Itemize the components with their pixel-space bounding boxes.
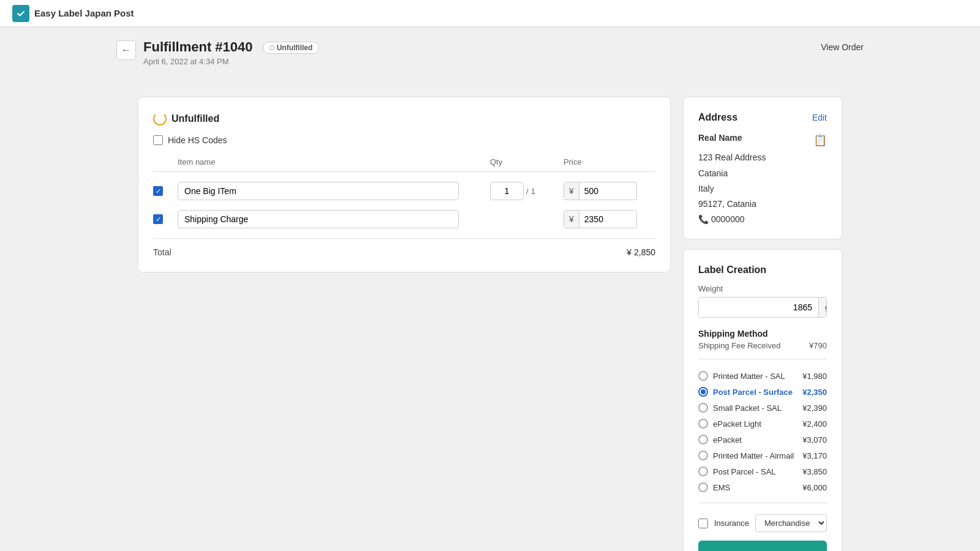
col-qty: Qty [490,157,564,167]
price-currency-2: ¥ [564,211,579,228]
item-2-name-input[interactable] [178,210,459,228]
page-header: ← Fulfillment #1040 Unfulfilled April 6,… [104,27,876,66]
back-button[interactable]: ← [116,40,136,60]
item-1-qty-input[interactable] [490,182,524,200]
shipping-option-label: Post Parcel - SAL [713,467,776,476]
app-logo: Easy Label Japan Post [12,5,134,22]
radio-unchecked-icon[interactable] [698,467,708,476]
phone-row: 📞 0000000 [698,214,827,224]
radio-unchecked-icon[interactable] [698,435,708,444]
shipping-option-label: ePacket [713,435,742,444]
create-label-button[interactable]: Create Label [698,541,827,551]
address-card: Address Edit Real Name 📋 123 Real Addres… [683,97,842,239]
view-order-link[interactable]: View Order [821,42,864,52]
shipping-option-left: ePacket Light [698,419,761,429]
insurance-row: Insurance Merchandise [698,514,827,532]
weight-unit: g [818,298,827,317]
fulfillment-card: Unfulfilled Hide HS Codes Item name Qty … [138,97,671,272]
page-title-block: Fulfillment #1040 Unfulfilled April 6, 2… [143,39,319,66]
hide-hs-row: Hide HS Codes [153,135,655,145]
page-header-left: ← Fulfillment #1040 Unfulfilled April 6,… [116,39,319,66]
logo-icon [12,5,29,22]
page-title: Fulfillment #1040 Unfulfilled [143,39,319,55]
shipping-option-label: ePacket Light [713,419,761,429]
item-2-price-group: ¥ [564,210,637,228]
shipping-fee-value: ¥790 [809,341,827,350]
hide-hs-label: Hide HS Codes [168,135,227,145]
address-text: Real Name 📋 123 Real Address Catania Ita… [698,130,827,212]
copy-address-icon[interactable]: 📋 [813,130,827,150]
unfulfilled-icon [153,112,167,126]
shipping-option-label: Post Parcel - Surface [713,388,793,397]
shipping-option-price: ¥3,170 [802,451,827,460]
shipping-option-price: ¥3,850 [802,467,827,476]
shipping-option-left: Printed Matter - Airmail [698,451,794,460]
address-city: Catania [698,166,827,181]
radio-unchecked-icon[interactable] [698,419,708,429]
right-panel: Address Edit Real Name 📋 123 Real Addres… [683,97,842,551]
shipping-option-left: Small Packet - SAL [698,403,782,413]
table-header: Item name Qty Price [153,155,655,172]
status-badge: Unfulfilled [263,42,320,54]
edit-address-link[interactable]: Edit [812,113,827,122]
shipping-option-price: ¥3,070 [802,435,827,444]
item-1-price-group: ¥ [564,182,637,200]
col-item-name: Item name [178,157,490,167]
table-row: ¥ [153,205,655,233]
item-2-price-input[interactable] [579,211,622,228]
shipping-option-row: ePacket Light¥2,400 [698,416,827,432]
label-creation-title: Label Creation [698,264,827,276]
address-card-header: Address Edit [698,112,827,123]
shipping-option-label: EMS [713,483,730,492]
label-creation-card: Label Creation Weight g Shipping Method … [683,249,842,551]
shipping-option-left: Printed Matter - SAL [698,371,785,381]
item-1-qty-cell: / 1 [490,182,564,200]
shipping-option-row: Post Parcel - Surface¥2,350 [698,384,827,400]
weight-label: Weight [698,284,827,293]
page-subtitle: April 6, 2022 at 4:34 PM [143,57,319,66]
phone-icon: 📞 [698,214,709,224]
shipping-method-title: Shipping Method [698,329,827,339]
item-1-price-input[interactable] [579,182,622,200]
radio-unchecked-icon[interactable] [698,403,708,413]
address-title: Address [698,112,737,123]
weight-input[interactable] [699,298,818,317]
qty-slash: / [526,187,529,196]
item-2-name-cell [178,210,490,228]
shipping-option-price: ¥2,390 [802,403,827,413]
shipping-option-label: Small Packet - SAL [713,403,782,413]
table-row: / 1 ¥ [153,177,655,205]
top-bar: Easy Label Japan Post [0,0,980,27]
radio-unchecked-icon[interactable] [698,482,708,492]
shipping-fee-received: Shipping Fee Received ¥790 [698,341,827,359]
item-2-checkbox[interactable] [153,214,163,224]
item-1-checkbox[interactable] [153,186,163,196]
radio-unchecked-icon[interactable] [698,371,708,381]
shipping-option-row: ePacket¥3,070 [698,432,827,448]
col-price: Price [564,157,655,167]
shipping-option-row: Small Packet - SAL¥2,390 [698,400,827,416]
radio-unchecked-icon[interactable] [698,451,708,460]
address-phone: 0000000 [711,214,745,224]
merchandise-select[interactable]: Merchandise [755,514,827,532]
radio-checked-icon[interactable] [698,387,708,397]
insurance-checkbox[interactable] [698,519,708,528]
item-1-name-cell [178,182,490,200]
main-content: Unfulfilled Hide HS Codes Item name Qty … [92,78,888,551]
hide-hs-checkbox[interactable] [153,135,163,145]
status-dot [270,45,274,50]
item-1-price-cell: ¥ [564,182,655,200]
shipping-option-price: ¥2,400 [802,419,827,429]
left-panel: Unfulfilled Hide HS Codes Item name Qty … [138,97,671,551]
total-row: Total ¥ 2,850 [153,238,655,257]
shipping-option-left: ePacket [698,435,742,444]
fulfillment-section-title: Unfulfilled [153,112,655,126]
divider [698,503,827,503]
item-1-qty-total: 1 [531,187,535,196]
item-2-price-cell: ¥ [564,210,655,228]
item-1-name-input[interactable] [178,182,459,200]
shipping-option-left: Post Parcel - SAL [698,467,776,476]
shipping-option-row: Printed Matter - SAL¥1,980 [698,368,827,384]
insurance-label: Insurance [714,519,749,528]
shipping-option-price: ¥6,000 [802,483,827,492]
